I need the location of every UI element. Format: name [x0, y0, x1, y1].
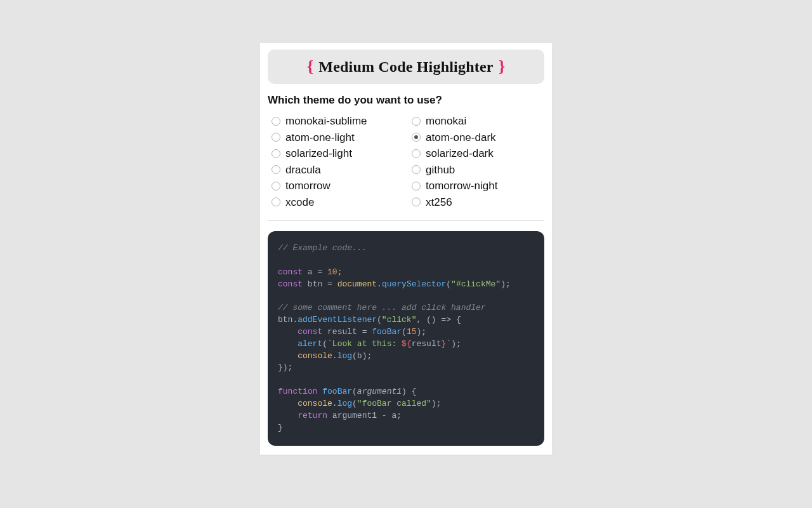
brace-close-icon: } — [496, 57, 508, 76]
radio-icon — [412, 149, 421, 158]
theme-option-solarized-dark[interactable]: solarized-dark — [412, 145, 540, 162]
code-function: log — [337, 351, 352, 361]
theme-label: atom-one-dark — [426, 130, 496, 146]
radio-icon — [412, 182, 421, 190]
radio-icon — [272, 165, 280, 174]
code-string: "#clickMe" — [451, 279, 501, 289]
code-keyword: function — [278, 387, 317, 396]
app-title: Medium Code Highlighter — [318, 58, 493, 75]
theme-label: atom-one-light — [285, 130, 355, 146]
code-keyword: const — [278, 267, 303, 277]
radio-icon — [412, 165, 421, 174]
code-string: "fooBar called" — [357, 399, 431, 408]
code-keyword: const — [278, 279, 303, 289]
theme-options-grid: monokai-sublime atom-one-light solarized… — [268, 113, 544, 221]
code-function: log — [337, 399, 352, 408]
title-bar: { Medium Code Highlighter } — [268, 50, 544, 84]
theme-label: monokai-sublime — [285, 113, 367, 130]
theme-label: github — [426, 162, 455, 178]
code-comment: // some comment here ... add click handl… — [278, 303, 486, 312]
code-variable: b — [357, 351, 362, 361]
code-variable: argument1 — [332, 411, 377, 420]
code-comment: // Example code... — [278, 243, 367, 253]
radio-icon — [272, 182, 280, 190]
theme-option-dracula[interactable]: dracula — [272, 162, 400, 178]
code-variable: btn — [308, 279, 322, 289]
theme-label: tomorrow — [285, 178, 331, 194]
theme-option-monokai[interactable]: monokai — [412, 113, 540, 130]
radio-icon — [272, 149, 280, 158]
theme-label: tomorrow-night — [426, 178, 497, 194]
code-string: ` — [446, 339, 451, 349]
theme-label: xcode — [285, 194, 314, 211]
code-keyword: return — [298, 411, 327, 420]
code-builtin: document — [337, 279, 377, 289]
code-keyword: const — [298, 327, 322, 337]
radio-icon — [412, 117, 421, 126]
popup-panel: { Medium Code Highlighter } Which theme … — [260, 43, 552, 455]
code-builtin: console — [298, 399, 332, 408]
theme-option-xt256[interactable]: xt256 — [412, 194, 540, 211]
code-number: 15 — [407, 327, 417, 337]
code-function: addEventListener — [298, 315, 377, 324]
theme-question: Which theme do you want to use? — [268, 94, 544, 107]
code-variable: a — [391, 411, 396, 420]
radio-icon — [412, 197, 421, 206]
theme-option-github[interactable]: github — [412, 162, 540, 178]
theme-option-tomorrow[interactable]: tomorrow — [272, 178, 400, 194]
theme-option-tomorrow-night[interactable]: tomorrow-night — [412, 178, 540, 194]
radio-icon — [412, 133, 421, 142]
code-subst: ${ — [402, 339, 412, 349]
code-string: `Look at this: — [327, 339, 402, 349]
code-function: fooBar — [372, 327, 402, 337]
code-variable: result — [327, 327, 357, 337]
theme-label: monokai — [426, 113, 466, 130]
theme-option-atom-one-light[interactable]: atom-one-light — [272, 130, 400, 146]
theme-label: xt256 — [426, 194, 452, 211]
code-builtin: console — [298, 351, 332, 361]
code-variable: btn — [278, 315, 292, 324]
code-function-def: fooBar — [322, 387, 352, 396]
theme-label: solarized-dark — [426, 145, 494, 162]
code-function: alert — [298, 339, 322, 349]
code-preview: // Example code... const a = 10; const b… — [268, 231, 544, 446]
theme-label: solarized-light — [285, 145, 352, 162]
theme-option-solarized-light[interactable]: solarized-light — [272, 145, 400, 162]
code-variable: a — [308, 267, 313, 277]
code-number: 10 — [327, 267, 337, 277]
code-param: argument1 — [357, 387, 402, 396]
code-string: "click" — [382, 315, 417, 324]
theme-option-monokai-sublime[interactable]: monokai-sublime — [272, 113, 400, 130]
radio-icon — [272, 197, 280, 206]
theme-label: dracula — [285, 162, 321, 178]
brace-open-icon: { — [304, 57, 316, 76]
code-variable: result — [412, 339, 442, 349]
radio-icon — [272, 133, 280, 142]
radio-icon — [272, 117, 280, 126]
theme-option-atom-one-dark[interactable]: atom-one-dark — [412, 130, 540, 146]
code-function: querySelector — [382, 279, 446, 289]
theme-option-xcode[interactable]: xcode — [272, 194, 400, 211]
